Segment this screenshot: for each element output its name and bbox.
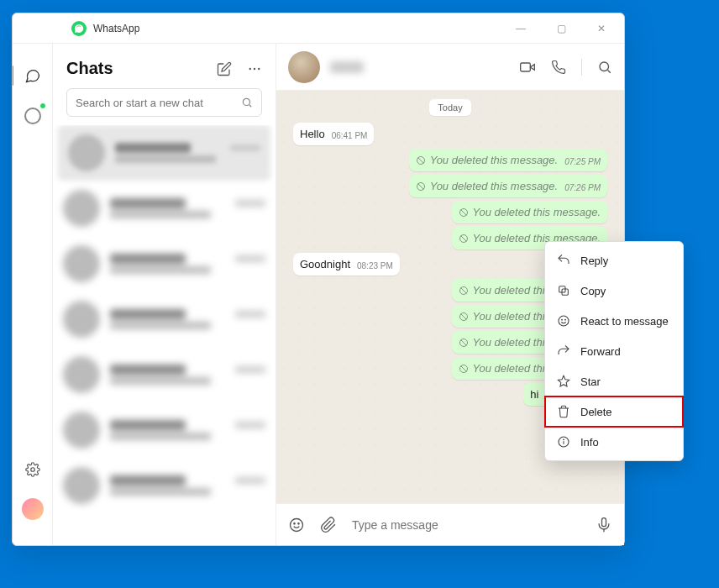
menu-item-react[interactable]: React to message [545, 306, 683, 336]
sidebar: Chats [53, 44, 276, 545]
deleted-message[interactable]: You deleted this message.07:25 PM [409, 149, 607, 171]
message-text: Goodnight [300, 258, 350, 270]
svg-point-15 [291, 518, 303, 531]
chat-item[interactable] [53, 181, 276, 236]
video-call-icon[interactable] [519, 59, 536, 76]
chat-item[interactable] [53, 402, 276, 458]
title-bar: WhatsApp — ▢ ✕ [13, 13, 624, 44]
message-text: You deleted this message. [430, 154, 559, 166]
menu-item-label: Star [580, 375, 601, 388]
message-text: You deleted this message. [473, 206, 601, 218]
incoming-message[interactable]: Goodnight08:23 PM [293, 253, 400, 276]
search-icon [241, 97, 253, 108]
svg-point-2 [254, 67, 255, 69]
svg-point-21 [559, 316, 569, 326]
menu-item-label: Forward [580, 345, 621, 358]
blocked-icon: You deleted this message. [416, 154, 559, 166]
message-text: hi [530, 388, 538, 401]
emoji-icon[interactable] [288, 517, 305, 533]
sidebar-title: Chats [66, 59, 113, 78]
mic-icon[interactable] [596, 517, 612, 533]
search-input[interactable] [76, 97, 234, 109]
contact-avatar[interactable] [288, 51, 320, 83]
svg-point-6 [600, 62, 609, 71]
voice-call-icon[interactable] [551, 60, 566, 75]
svg-point-25 [564, 439, 564, 440]
deleted-message[interactable]: You deleted this message. [452, 201, 608, 223]
svg-rect-5 [521, 63, 531, 71]
more-icon[interactable] [247, 61, 262, 76]
minimize-button[interactable]: — [508, 23, 533, 34]
menu-item-label: Delete [580, 406, 612, 418]
message-time: 07:25 PM [564, 157, 601, 166]
svg-point-16 [294, 522, 295, 523]
close-button[interactable]: ✕ [589, 23, 614, 34]
svg-point-23 [565, 319, 566, 320]
message-input[interactable] [352, 518, 580, 532]
message-context-menu: ReplyCopyReact to messageForwardStarDele… [544, 241, 684, 461]
message-composer [276, 503, 624, 545]
message-time: 07:26 PM [564, 183, 601, 192]
chat-item[interactable] [58, 125, 270, 181]
message-text: You deleted this message. [430, 180, 559, 192]
menu-item-forward[interactable]: Forward [545, 336, 683, 366]
svg-rect-18 [602, 517, 606, 526]
menu-item-copy[interactable]: Copy [545, 276, 683, 306]
svg-point-0 [30, 468, 34, 472]
maximize-button[interactable]: ▢ [548, 23, 574, 34]
search-in-chat-icon[interactable] [597, 60, 612, 75]
menu-item-reply[interactable]: Reply [545, 245, 683, 276]
svg-point-4 [243, 98, 249, 105]
svg-point-17 [298, 522, 299, 523]
message-time: 06:41 PM [332, 131, 368, 140]
menu-item-label: Copy [580, 285, 606, 297]
svg-point-3 [258, 67, 260, 69]
menu-item-star[interactable]: Star [545, 366, 683, 396]
blocked-icon: You deleted this message. [416, 180, 559, 192]
deleted-message[interactable]: You deleted this message.07:26 PM [409, 175, 607, 197]
search-box[interactable] [66, 88, 262, 117]
profile-avatar[interactable] [22, 498, 44, 520]
chat-list[interactable] [53, 125, 276, 545]
message-time: 08:23 PM [357, 261, 393, 270]
menu-item-label: Reply [580, 255, 608, 267]
status-nav-icon[interactable] [21, 104, 45, 128]
incoming-message[interactable]: Hello06:41 PM [293, 123, 374, 145]
menu-item-label: Info [580, 436, 599, 449]
new-chat-icon[interactable] [217, 61, 232, 76]
attach-icon[interactable] [320, 517, 337, 533]
date-separator: Today [429, 99, 470, 116]
chat-item[interactable] [53, 458, 276, 513]
svg-point-22 [562, 319, 563, 320]
blocked-icon: You deleted this message. [459, 206, 601, 218]
svg-point-1 [249, 67, 251, 69]
conversation-header [276, 44, 624, 91]
settings-nav-icon[interactable] [21, 458, 45, 481]
menu-item-info[interactable]: Info [545, 427, 683, 457]
chat-item[interactable] [53, 236, 276, 291]
chats-nav-icon[interactable] [21, 64, 45, 87]
message-text: Hello [300, 128, 325, 140]
contact-name [330, 61, 364, 73]
menu-item-label: React to message [580, 315, 669, 328]
window-controls: — ▢ ✕ [508, 23, 614, 34]
menu-item-delete[interactable]: Delete [545, 396, 683, 427]
whatsapp-logo-icon [71, 21, 87, 36]
chat-item[interactable] [53, 347, 276, 402]
nav-rail [13, 44, 53, 545]
app-window: WhatsApp — ▢ ✕ Chat [12, 13, 625, 546]
app-title: WhatsApp [93, 23, 139, 34]
chat-item[interactable] [53, 291, 276, 347]
